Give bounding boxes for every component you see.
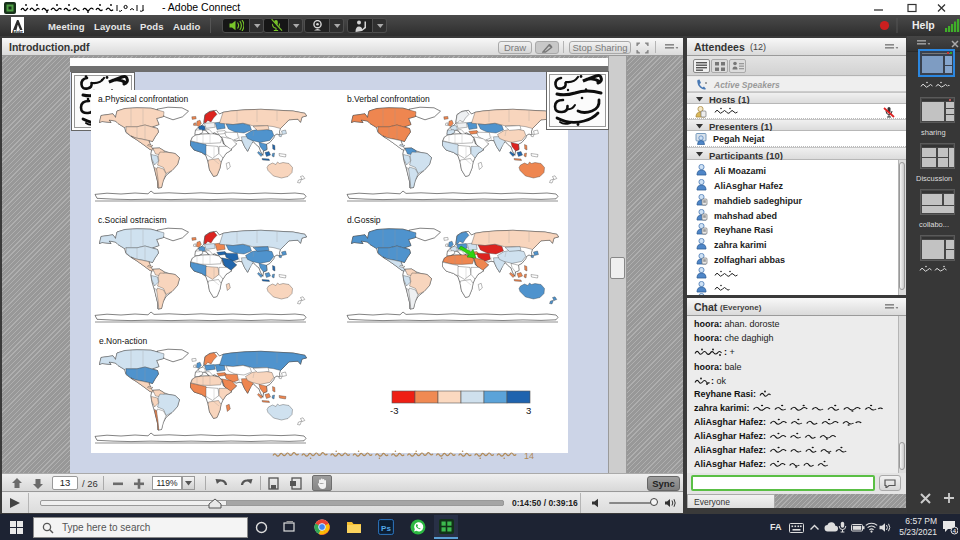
svg-text:-3: -3	[390, 405, 398, 416]
svg-text:14: 14	[524, 451, 534, 461]
svg-text:3: 3	[526, 405, 531, 416]
svg-text:Adobe: Adobe	[12, 30, 23, 34]
svg-text:Ps: Ps	[381, 524, 391, 533]
